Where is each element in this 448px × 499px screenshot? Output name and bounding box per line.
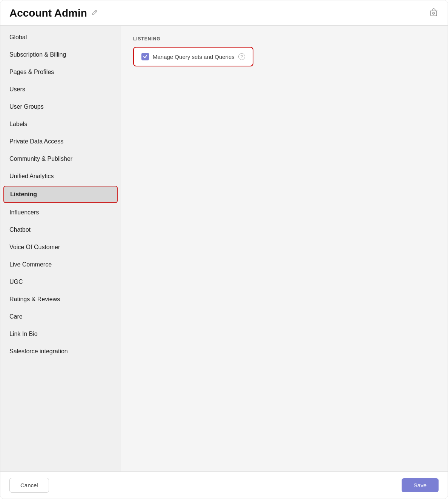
sidebar-item-voice-of-customer[interactable]: Voice Of Customer (0, 239, 121, 256)
help-icon[interactable]: ? (238, 53, 245, 60)
sidebar-item-influencers[interactable]: Influencers (0, 204, 121, 221)
sidebar-item-labels[interactable]: Labels (0, 116, 121, 133)
section-label: LISTENING (133, 36, 436, 42)
manage-query-sets-label: Manage Query sets and Queries (153, 54, 235, 60)
sidebar-item-community-publisher[interactable]: Community & Publisher (0, 150, 121, 168)
sidebar-item-listening[interactable]: Listening (3, 186, 118, 203)
sidebar-item-ratings-reviews[interactable]: Ratings & Reviews (0, 291, 121, 308)
sidebar-item-salesforce-integration[interactable]: Salesforce integration (0, 343, 121, 360)
manage-query-sets-row[interactable]: Manage Query sets and Queries ? (133, 47, 253, 66)
sidebar-item-unified-analytics[interactable]: Unified Analytics (0, 168, 121, 185)
sidebar-item-chatbot[interactable]: Chatbot (0, 221, 121, 239)
svg-point-4 (433, 12, 434, 14)
trash-lock-icon[interactable] (429, 8, 439, 19)
content-panel: LISTENING Manage Query sets and Queries … (121, 26, 448, 471)
sidebar-item-user-groups[interactable]: User Groups (0, 98, 121, 116)
footer: Cancel Save (0, 471, 448, 499)
header: Account Admin (0, 0, 448, 26)
svg-rect-0 (431, 11, 437, 16)
sidebar-item-ugc[interactable]: UGC (0, 273, 121, 291)
edit-icon[interactable] (91, 9, 98, 18)
sidebar-item-users[interactable]: Users (0, 81, 121, 98)
sidebar-item-private-data-access[interactable]: Private Data Access (0, 133, 121, 150)
header-left: Account Admin (9, 7, 98, 19)
sidebar-item-pages-profiles[interactable]: Pages & Profiles (0, 63, 121, 81)
sidebar-item-care[interactable]: Care (0, 308, 121, 325)
save-button[interactable]: Save (402, 478, 439, 492)
page-wrapper: Account Admin GlobalSu (0, 0, 448, 499)
cancel-button[interactable]: Cancel (9, 478, 49, 493)
sidebar: GlobalSubscription & BillingPages & Prof… (0, 26, 121, 471)
manage-query-sets-checkbox[interactable] (141, 53, 149, 60)
sidebar-item-global[interactable]: Global (0, 29, 121, 46)
sidebar-item-live-commerce[interactable]: Live Commerce (0, 256, 121, 273)
main-content: GlobalSubscription & BillingPages & Prof… (0, 26, 448, 471)
page-title: Account Admin (9, 7, 87, 19)
sidebar-item-subscription-billing[interactable]: Subscription & Billing (0, 46, 121, 63)
sidebar-item-link-in-bio[interactable]: Link In Bio (0, 325, 121, 343)
